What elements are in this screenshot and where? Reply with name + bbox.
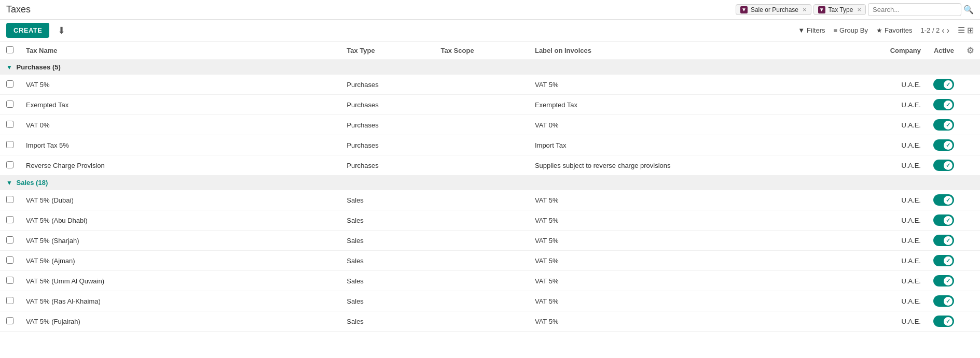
row-checkbox[interactable] (6, 256, 13, 264)
row-tax-scope (435, 210, 529, 231)
row-active (927, 231, 960, 251)
row-company: U.A.E. (851, 291, 927, 311)
row-checkbox[interactable] (6, 277, 13, 284)
row-checkbox[interactable] (6, 101, 13, 108)
active-toggle[interactable] (933, 295, 954, 307)
row-tax-name[interactable]: Reverse Charge Provision (20, 155, 340, 176)
next-page-button[interactable]: › (947, 26, 949, 35)
row-company: U.A.E. (851, 135, 927, 155)
row-tax-name[interactable]: VAT 5% (Abu Dhabi) (20, 210, 340, 231)
search-input[interactable] (868, 3, 961, 16)
row-tax-name[interactable]: VAT 5% (Ras Al-Khaima) (20, 291, 340, 311)
row-checkbox[interactable] (6, 297, 13, 304)
row-tax-name[interactable]: VAT 5% (Umm Al Quwain) (20, 271, 340, 291)
select-all-checkbox[interactable] (6, 46, 13, 53)
filter-sale-purchase-close[interactable]: × (803, 6, 807, 13)
active-toggle[interactable] (933, 235, 954, 246)
row-checkbox[interactable] (6, 317, 13, 324)
row-checkbox[interactable] (6, 216, 13, 223)
row-tax-type: Sales (340, 231, 434, 251)
prev-page-button[interactable]: ‹ (942, 26, 944, 35)
kanban-view-button[interactable]: ⊞ (967, 25, 974, 35)
active-toggle[interactable] (933, 160, 954, 171)
row-company: U.A.E. (851, 115, 927, 135)
filter-sale-or-purchase[interactable]: ▼ Sale or Purchase × (736, 4, 811, 15)
active-toggle-knob (944, 297, 953, 306)
row-company: U.A.E. (851, 95, 927, 115)
company-header: Company (851, 41, 927, 60)
row-company: U.A.E. (851, 311, 927, 332)
row-company: U.A.E. (851, 190, 927, 210)
row-settings (960, 135, 980, 155)
row-tax-type: Purchases (340, 115, 434, 135)
row-settings (960, 231, 980, 251)
group-header-cell-sales[interactable]: ▼ Sales (18) (0, 176, 980, 190)
filter-tax-type-close[interactable]: × (857, 6, 861, 13)
group-header-sales[interactable]: ▼ Sales (18) (0, 176, 980, 190)
action-bar: CREATE ⬇ ▼ Filters ≡ Group By ★ Favorite… (0, 20, 980, 41)
filters-button[interactable]: ▼ Filters (798, 26, 825, 34)
active-toggle-knob (944, 216, 953, 225)
sale-purchase-icon: ▼ (740, 6, 748, 13)
active-toggle[interactable] (933, 79, 954, 90)
row-checkbox-cell (0, 311, 20, 332)
row-active (927, 135, 960, 155)
favorites-button[interactable]: ★ Favorites (876, 26, 912, 34)
row-checkbox-cell (0, 75, 20, 95)
group-header-purchases[interactable]: ▼ Purchases (5) (0, 60, 980, 75)
active-toggle[interactable] (933, 119, 954, 131)
row-checkbox[interactable] (6, 121, 13, 128)
column-settings-icon[interactable]: ⚙ (967, 46, 974, 55)
row-tax-name[interactable]: VAT 5% (Sharjah) (20, 231, 340, 251)
active-toggle-knob (944, 317, 953, 326)
row-active (927, 190, 960, 210)
group-header-cell-purchases[interactable]: ▼ Purchases (5) (0, 60, 980, 75)
row-checkbox[interactable] (6, 236, 13, 244)
active-toggle[interactable] (933, 99, 954, 110)
active-toggle[interactable] (933, 255, 954, 266)
list-view-button[interactable]: ☰ (958, 25, 965, 35)
row-tax-scope (435, 155, 529, 176)
active-toggle[interactable] (933, 139, 954, 151)
active-toggle-knob (944, 196, 953, 205)
active-toggle[interactable] (933, 194, 954, 206)
row-tax-name[interactable]: VAT 5% (Fujairah) (20, 311, 340, 332)
row-checkbox[interactable] (6, 196, 13, 203)
row-tax-scope (435, 271, 529, 291)
row-checkbox[interactable] (6, 80, 13, 88)
row-checkbox-cell (0, 155, 20, 176)
search-button[interactable]: 🔍 (963, 5, 974, 15)
row-tax-name[interactable]: VAT 5% (Dubai) (20, 190, 340, 210)
select-all-header (0, 41, 20, 60)
table-row: Reverse Charge Provision Purchases Suppl… (0, 155, 980, 176)
active-toggle[interactable] (933, 214, 954, 226)
filter-tax-type-label: Tax Type (829, 6, 853, 13)
row-tax-name[interactable]: VAT 5% (20, 75, 340, 95)
row-active (927, 251, 960, 271)
row-checkbox[interactable] (6, 161, 13, 168)
search-bar: ▼ Sale or Purchase × ▼ Tax Type × 🔍 (736, 3, 974, 16)
row-checkbox-cell (0, 135, 20, 155)
active-toggle[interactable] (933, 316, 954, 327)
row-tax-name[interactable]: VAT 5% (Ajman) (20, 251, 340, 271)
filter-tax-type[interactable]: ▼ Tax Type × (813, 4, 866, 15)
create-button[interactable]: CREATE (6, 23, 49, 38)
row-checkbox[interactable] (6, 141, 13, 148)
row-active (927, 155, 960, 176)
groupby-button[interactable]: ≡ Group By (834, 26, 868, 34)
row-tax-name[interactable]: VAT 0% (20, 115, 340, 135)
row-label-invoices: VAT 5% (529, 311, 851, 332)
table-row: Exempted Tax Purchases Exempted Tax U.A.… (0, 95, 980, 115)
row-company: U.A.E. (851, 155, 927, 176)
export-button[interactable]: ⬇ (58, 25, 65, 36)
row-tax-name[interactable]: Exempted Tax (20, 95, 340, 115)
row-tax-scope (435, 190, 529, 210)
chevron-sales-icon: ▼ (6, 179, 12, 187)
groupby-icon: ≡ (834, 26, 838, 34)
row-tax-scope (435, 115, 529, 135)
row-checkbox-cell (0, 115, 20, 135)
active-toggle[interactable] (933, 275, 954, 287)
row-active (927, 210, 960, 231)
active-toggle-knob (944, 141, 953, 150)
row-tax-name[interactable]: Import Tax 5% (20, 135, 340, 155)
